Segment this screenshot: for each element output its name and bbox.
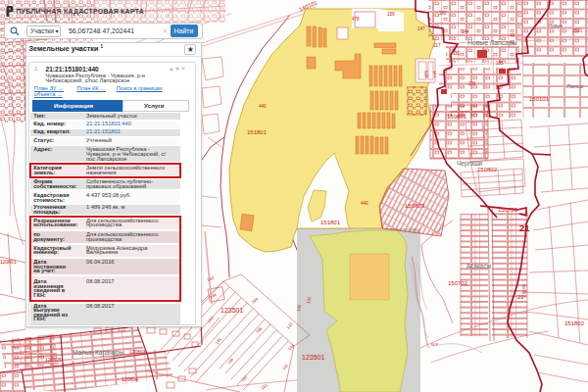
svg-text:151802: 151802 bbox=[564, 320, 585, 326]
svg-text:609: 609 bbox=[431, 342, 439, 347]
svg-text:120805: 120805 bbox=[45, 357, 62, 363]
svg-text:150703: 150703 bbox=[498, 207, 518, 213]
svg-text:206: 206 bbox=[468, 81, 476, 86]
svg-text:21: 21 bbox=[517, 294, 524, 300]
svg-text:Малые Карачуры: Малые Карачуры bbox=[73, 349, 124, 357]
svg-text:145: 145 bbox=[215, 336, 222, 345]
svg-text:150101: 150101 bbox=[529, 96, 550, 102]
svg-text:150802: 150802 bbox=[477, 167, 498, 172]
svg-text:Асакасы: Асакасы bbox=[466, 263, 491, 270]
svg-text:120804: 120804 bbox=[122, 376, 138, 382]
svg-text:195: 195 bbox=[496, 61, 504, 66]
svg-text:142: 142 bbox=[207, 275, 216, 282]
svg-text:1501: 1501 bbox=[572, 28, 583, 33]
svg-text:Лапса: Лапса bbox=[566, 83, 584, 89]
svg-text:151801: 151801 bbox=[320, 220, 341, 225]
svg-text:143: 143 bbox=[285, 321, 294, 330]
svg-text:71: 71 bbox=[496, 85, 502, 90]
svg-text:120801: 120801 bbox=[0, 259, 17, 265]
svg-text:539: 539 bbox=[423, 71, 429, 79]
svg-text:Новые Лапсары: Новые Лапсары bbox=[467, 39, 517, 47]
svg-text:144: 144 bbox=[432, 71, 438, 78]
svg-text:Чергаши: Чергаши bbox=[457, 160, 483, 168]
svg-text:21: 21 bbox=[519, 222, 530, 233]
svg-text:150702: 150702 bbox=[448, 280, 468, 286]
svg-text:146: 146 bbox=[255, 325, 264, 333]
svg-text:150803: 150803 bbox=[405, 203, 425, 209]
svg-text:151801: 151801 bbox=[247, 129, 268, 135]
svg-text:478: 478 bbox=[352, 17, 360, 22]
svg-text:40: 40 bbox=[510, 33, 515, 38]
svg-text:144: 144 bbox=[462, 29, 469, 34]
svg-text:217: 217 bbox=[433, 43, 441, 48]
svg-text:149: 149 bbox=[251, 296, 260, 304]
svg-text:150801: 150801 bbox=[447, 114, 467, 120]
svg-text:159: 159 bbox=[387, 12, 395, 17]
svg-text:Новые: Новые bbox=[549, 24, 564, 28]
svg-text:143: 143 bbox=[207, 315, 215, 323]
svg-text:141: 141 bbox=[281, 363, 290, 371]
svg-text:144: 144 bbox=[287, 343, 296, 352]
svg-text:150: 150 bbox=[240, 374, 249, 383]
svg-text:123501: 123501 bbox=[220, 307, 243, 314]
svg-text:120803: 120803 bbox=[129, 349, 146, 355]
svg-text:440: 440 bbox=[259, 104, 267, 109]
svg-text:160: 160 bbox=[439, 11, 447, 16]
svg-text:123501: 123501 bbox=[302, 354, 324, 361]
svg-text:182: 182 bbox=[453, 51, 461, 56]
svg-text:440: 440 bbox=[361, 201, 368, 206]
svg-text:146: 146 bbox=[226, 357, 235, 366]
svg-text:147: 147 bbox=[417, 26, 425, 31]
